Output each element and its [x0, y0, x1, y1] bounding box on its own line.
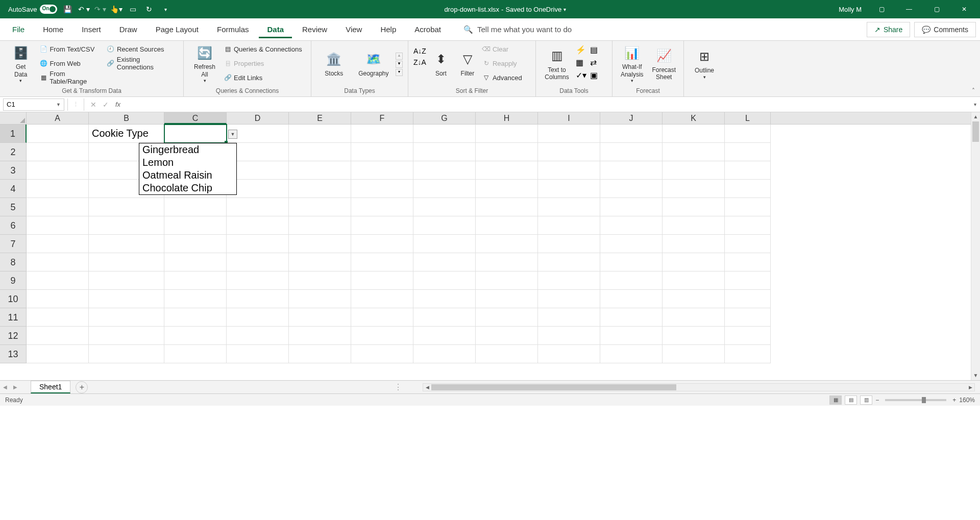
cell[interactable] — [600, 198, 663, 216]
cell[interactable] — [89, 253, 164, 271]
scroll-down-icon[interactable]: ▼ — [971, 371, 980, 380]
cell[interactable] — [227, 216, 289, 235]
undo-icon[interactable]: ↶ ▾ — [78, 3, 90, 15]
cell[interactable] — [227, 235, 289, 253]
sort-desc-button[interactable]: Z↓A — [413, 58, 426, 66]
cell[interactable] — [289, 271, 351, 290]
cell[interactable] — [725, 161, 771, 180]
cell[interactable] — [413, 161, 476, 180]
cell[interactable] — [538, 345, 600, 363]
page-break-view-icon[interactable]: ▥ — [860, 395, 872, 405]
cell[interactable] — [476, 198, 538, 216]
cell[interactable] — [663, 308, 725, 327]
geography-button[interactable]: 🗺️ Geography — [355, 43, 393, 86]
autosave-toggle[interactable]: AutoSave On — [8, 5, 57, 14]
form-icon[interactable]: ▭ — [127, 3, 139, 15]
cell[interactable] — [600, 125, 663, 143]
cell[interactable] — [289, 235, 351, 253]
tab-data[interactable]: Data — [259, 21, 292, 38]
cell[interactable] — [289, 198, 351, 216]
cell[interactable] — [413, 143, 476, 161]
cell[interactable] — [413, 290, 476, 308]
cell[interactable] — [27, 235, 89, 253]
col-header-C[interactable]: C — [164, 112, 227, 124]
cell[interactable] — [476, 290, 538, 308]
cell[interactable] — [164, 308, 227, 327]
cell[interactable] — [89, 235, 164, 253]
cell[interactable] — [89, 290, 164, 308]
cell[interactable] — [663, 235, 725, 253]
cell[interactable] — [164, 327, 227, 345]
sort-asc-button[interactable]: A↓Z — [413, 47, 426, 55]
cell[interactable] — [600, 327, 663, 345]
cell[interactable] — [476, 143, 538, 161]
col-header-L[interactable]: L — [725, 112, 771, 124]
cell[interactable] — [725, 125, 771, 143]
cell[interactable] — [600, 345, 663, 363]
gallery-up-icon[interactable]: ▲ — [396, 53, 403, 60]
cell[interactable] — [538, 180, 600, 198]
flash-fill-icon[interactable]: ⚡ — [576, 45, 587, 55]
row-header[interactable]: 1 — [0, 125, 27, 143]
cell[interactable] — [600, 161, 663, 180]
cell[interactable] — [27, 125, 89, 143]
col-header-I[interactable]: I — [538, 112, 600, 124]
zoom-in-icon[interactable]: + — [952, 397, 956, 404]
tab-help[interactable]: Help — [372, 21, 404, 38]
cell[interactable] — [89, 327, 164, 345]
row-header[interactable]: 3 — [0, 161, 27, 180]
sort-button[interactable]: ⬍ Sort — [429, 43, 453, 86]
cell[interactable] — [476, 253, 538, 271]
cell[interactable] — [663, 290, 725, 308]
cell[interactable] — [289, 216, 351, 235]
scroll-up-icon[interactable]: ▲ — [971, 112, 980, 121]
cell[interactable] — [600, 216, 663, 235]
gallery-more-icon[interactable]: ▾ — [396, 69, 403, 76]
tell-me-search[interactable]: 🔍 Tell me what you want to do — [463, 25, 572, 34]
cell[interactable] — [663, 198, 725, 216]
cell[interactable] — [413, 125, 476, 143]
fx-icon[interactable]: fx — [112, 101, 124, 108]
cell[interactable] — [351, 198, 413, 216]
relationships-icon[interactable]: ⇄ — [590, 58, 601, 67]
outline-button[interactable]: ⊞ Outline ▾ — [689, 43, 720, 86]
row-header[interactable]: 4 — [0, 180, 27, 198]
row-header[interactable]: 10 — [0, 290, 27, 308]
touch-mode-icon[interactable]: 👆▾ — [110, 3, 122, 15]
cell[interactable] — [89, 198, 164, 216]
cell[interactable] — [413, 271, 476, 290]
add-sheet-button[interactable]: + — [76, 381, 88, 393]
cell[interactable] — [351, 327, 413, 345]
cell[interactable] — [600, 290, 663, 308]
cell[interactable] — [413, 345, 476, 363]
cell[interactable] — [413, 235, 476, 253]
maximize-icon[interactable]: ▢ — [925, 0, 948, 18]
recent-sources-button[interactable]: 🕘Recent Sources — [107, 43, 178, 55]
data-model-icon[interactable]: ▣ — [590, 70, 601, 80]
cell[interactable] — [27, 161, 89, 180]
col-header-D[interactable]: D — [227, 112, 289, 124]
ribbon-display-icon[interactable]: ▢ — [870, 0, 893, 18]
scroll-left-icon[interactable]: ◀ — [423, 384, 431, 391]
title-dropdown-icon[interactable]: ▾ — [564, 7, 566, 12]
formula-options-icon[interactable]: ⋮ — [71, 101, 81, 108]
tab-nav-prev-icon[interactable]: ◀ — [0, 384, 10, 390]
forecast-sheet-button[interactable]: 📈 Forecast Sheet — [650, 43, 679, 86]
cell[interactable] — [351, 235, 413, 253]
cell[interactable] — [227, 290, 289, 308]
cell[interactable] — [164, 271, 227, 290]
cell[interactable] — [538, 327, 600, 345]
cell[interactable] — [725, 143, 771, 161]
cell[interactable] — [289, 180, 351, 198]
cell[interactable] — [289, 143, 351, 161]
cell[interactable] — [476, 345, 538, 363]
tab-home[interactable]: Home — [35, 21, 71, 38]
cell[interactable] — [663, 327, 725, 345]
cell[interactable] — [289, 253, 351, 271]
cell[interactable] — [663, 253, 725, 271]
cell[interactable] — [227, 327, 289, 345]
cell[interactable] — [663, 143, 725, 161]
cell[interactable] — [476, 216, 538, 235]
row-header[interactable]: 8 — [0, 253, 27, 271]
gallery-down-icon[interactable]: ▼ — [396, 61, 403, 68]
